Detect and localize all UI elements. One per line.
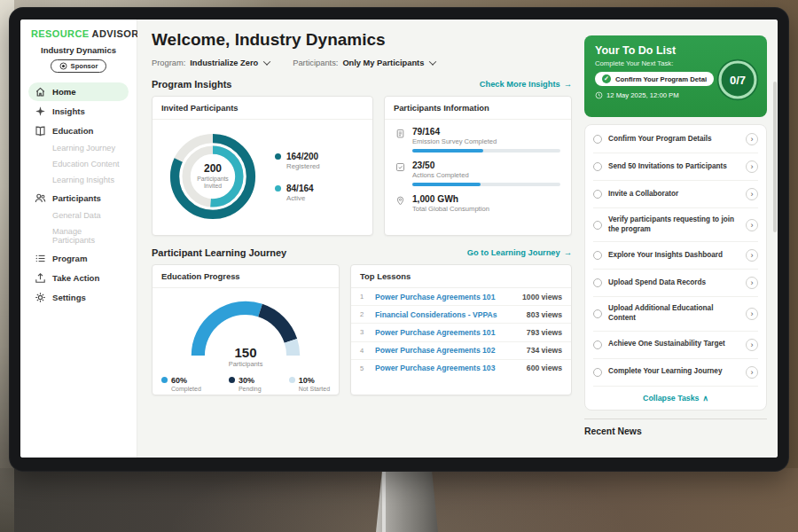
task-chevron-button[interactable]: ›	[746, 188, 758, 200]
task-row-confirm-program[interactable]: Confirm Your Program Details ›	[593, 126, 758, 153]
task-checkbox[interactable]	[593, 162, 602, 171]
task-chevron-button[interactable]: ›	[746, 160, 758, 173]
lesson-row: 1 Power Purchase Agreements 101 1000 vie…	[351, 288, 571, 305]
chevron-right-icon: ›	[751, 251, 754, 260]
donut-sublabel: Participants Invited	[190, 176, 236, 190]
sidebar-item-program[interactable]: Program	[28, 249, 129, 268]
chevron-right-icon: ›	[751, 135, 754, 144]
lesson-views: 793 views	[527, 328, 562, 337]
sidebar-item-learning-insights[interactable]: Learning Insights	[28, 173, 129, 188]
lesson-views: 1000 views	[522, 293, 562, 301]
chevron-down-icon	[429, 58, 436, 65]
task-row-verify-participants[interactable]: Verify participants requesting to join t…	[593, 207, 758, 241]
sidebar-item-education[interactable]: Education	[28, 121, 129, 140]
sidebar-item-participants[interactable]: Participants	[28, 189, 129, 207]
task-chevron-button[interactable]: ›	[746, 249, 758, 262]
task-label: Send 50 Invitations to Participants	[608, 162, 739, 172]
task-checkbox[interactable]	[593, 278, 602, 287]
lesson-row: 4 Power Purchase Agreements 102 734 view…	[351, 341, 571, 359]
legend-label: Active	[286, 194, 314, 202]
donut-center-label: 200 Participants Invited	[190, 162, 236, 190]
task-checkbox[interactable]	[593, 251, 602, 260]
next-task-pill[interactable]: ✓ Confirm Your Program Details	[595, 72, 714, 86]
task-chevron-button[interactable]: ›	[746, 219, 758, 231]
task-checkbox[interactable]	[593, 190, 602, 199]
participants-dropdown[interactable]: Participants: Only My Participants	[293, 59, 435, 67]
sidebar-item-label: Settings	[52, 293, 86, 302]
info-label: Actions Completed	[412, 171, 560, 179]
legend-label: Registered	[286, 162, 320, 170]
donut-legend: 164/200 Registered 84/164 Active	[275, 152, 320, 202]
collapse-tasks-link[interactable]: Collapse Tasks ∧	[593, 386, 758, 409]
link-label: Check More Insights	[480, 80, 560, 89]
chevron-right-icon: ›	[751, 309, 754, 318]
sidebar-item-education-content[interactable]: Education Content	[28, 157, 129, 172]
task-row-achieve-sustainability-target[interactable]: Achieve One Sustainability Target ›	[593, 331, 758, 358]
go-to-learning-journey-link[interactable]: Go to Learning Journey →	[467, 248, 572, 257]
chevron-right-icon: ›	[751, 221, 754, 230]
task-label: Upload Additional Educational Content	[608, 304, 739, 323]
lesson-link[interactable]: Power Purchase Agreements 101	[375, 328, 520, 337]
card-title: Top Lessons	[351, 265, 571, 288]
task-row-complete-learning-journey[interactable]: Complete Your Learning Journey ›	[593, 358, 758, 386]
task-checkbox[interactable]	[593, 368, 602, 377]
sidebar-item-home[interactable]: Home	[28, 82, 129, 101]
lesson-row: 5 Power Purchase Agreements 103 600 view…	[351, 359, 571, 377]
task-row-send-invitations[interactable]: Send 50 Invitations to Participants ›	[593, 153, 758, 180]
task-chevron-button[interactable]: ›	[746, 366, 758, 379]
task-chevron-button[interactable]: ›	[746, 277, 758, 289]
lesson-link[interactable]: Power Purchase Agreements 101	[375, 293, 516, 301]
lesson-link[interactable]: Financial Considerations - VPPAs	[375, 310, 520, 319]
check-more-insights-link[interactable]: Check More Insights →	[480, 80, 572, 89]
info-value: 1,000 GWh	[412, 194, 560, 204]
info-row-emission-survey: 79/164 Emission Survey Completed	[395, 127, 560, 153]
legend-dot	[161, 377, 168, 383]
sidebar-item-general-data[interactable]: General Data	[28, 208, 129, 223]
task-row-invite-collaborator[interactable]: Invite a Collaborator ›	[593, 180, 758, 207]
settings-gear-icon	[35, 292, 46, 303]
lesson-link[interactable]: Power Purchase Agreements 103	[375, 364, 520, 372]
task-checkbox[interactable]	[593, 340, 602, 349]
sidebar-item-insights[interactable]: Insights	[28, 102, 129, 121]
todo-summary-card: Your To Do List Complete Your Next Task:…	[584, 35, 767, 117]
program-dropdown[interactable]: Program: Industrialize Zero	[152, 59, 270, 67]
sponsor-badge[interactable]: Sponsor	[51, 59, 107, 73]
lesson-rank: 3	[360, 328, 369, 336]
task-checkbox[interactable]	[593, 221, 602, 230]
legend-value: 30%	[239, 376, 254, 385]
task-label: Complete Your Learning Journey	[608, 367, 739, 377]
due-date-label: 12 May 2025, 12:00 PM	[606, 91, 679, 99]
lesson-link[interactable]: Power Purchase Agreements 102	[375, 346, 520, 355]
check-icon: ✓	[602, 74, 611, 83]
lesson-views: 600 views	[527, 364, 562, 372]
sidebar-item-learning-journey[interactable]: Learning Journey	[28, 141, 129, 156]
take-action-icon	[35, 272, 46, 284]
task-row-explore-insights[interactable]: Explore Your Insights Dashboard ›	[593, 241, 758, 269]
sidebar: RESOURCE ADVISOR+ Industry Dynamics Spon…	[20, 20, 137, 458]
task-label: Verify participants requesting to join t…	[608, 215, 739, 234]
arrow-right-icon: →	[564, 80, 572, 89]
background-scene: RESOURCE ADVISOR+ Industry Dynamics Spon…	[0, 0, 798, 532]
card-title: Invited Participants	[153, 97, 372, 120]
sidebar-nav: Home Insights Education Learning Journey…	[20, 82, 137, 307]
sidebar-item-settings[interactable]: Settings	[28, 288, 129, 307]
task-label: Upload Spend Data Records	[608, 278, 739, 288]
task-label: Achieve One Sustainability Target	[608, 340, 739, 349]
task-row-upload-educational-content[interactable]: Upload Additional Educational Content ›	[593, 296, 758, 330]
info-label: Emission Survey Completed	[412, 137, 560, 145]
scrollbar-thumb[interactable]	[773, 82, 777, 232]
sidebar-item-manage-participants[interactable]: Manage Participants	[28, 224, 129, 248]
learning-journey-header: Participant Learning Journey Go to Learn…	[152, 247, 572, 258]
task-checkbox[interactable]	[593, 135, 602, 144]
legend-dot	[229, 377, 235, 383]
next-task-label: Confirm Your Program Details	[615, 75, 707, 83]
task-chevron-button[interactable]: ›	[746, 133, 758, 145]
task-row-upload-spend-data[interactable]: Upload Spend Data Records ›	[593, 269, 758, 296]
sidebar-item-take-action[interactable]: Take Action	[28, 269, 129, 287]
task-chevron-button[interactable]: ›	[746, 308, 758, 320]
task-checkbox[interactable]	[593, 309, 602, 318]
participants-filter-value: Only My Participants	[342, 59, 424, 67]
participants-filter-label: Participants:	[293, 59, 338, 67]
task-chevron-button[interactable]: ›	[746, 339, 758, 351]
insights-cards-row: Invited Participants 200	[152, 96, 572, 236]
